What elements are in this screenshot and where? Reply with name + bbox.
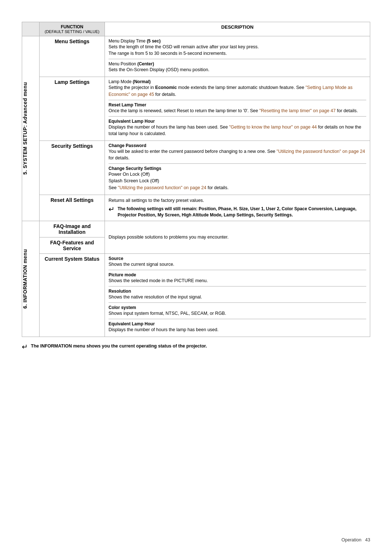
function-cell-lamp-settings: Lamp Settings xyxy=(40,77,105,141)
menu-position-title: Menu Position (Center) xyxy=(109,61,366,66)
function-cell-security: Security Settings xyxy=(40,141,105,195)
table-row-lamp: Lamp Settings Lamp Mode (Normal) Setting… xyxy=(22,77,370,141)
sidebar-setup-label: 5. SYSTEM SETUP: Advanced menu xyxy=(22,78,28,178)
desc-cell-reset: Returns all settings to the factory pres… xyxy=(105,195,370,221)
resolution-block: Resolution Shows the native resolution o… xyxy=(109,289,366,300)
menu-display-time-body: Sets the length of time the OSD will rem… xyxy=(109,44,366,57)
menu-display-time-block: Menu Display Time (5 sec) Sets the lengt… xyxy=(109,38,366,57)
description-header: DESCRIPTION xyxy=(105,22,370,36)
lamp-mode-block: Lamp Mode (Normal) Setting the projector… xyxy=(109,79,366,97)
lamp-mode-body: Setting the projector in Economic mode e… xyxy=(109,84,366,97)
desc-cell-security: Change Password You will be asked to ent… xyxy=(105,141,370,195)
reset-all-label: Reset All Settings xyxy=(43,197,101,203)
sidebar-information: 6. INFORMATION menu xyxy=(22,221,40,337)
security-settings-label: Security Settings xyxy=(43,143,101,149)
sep5 xyxy=(109,270,366,270)
sep4 xyxy=(109,163,366,164)
function-cell-menu-settings: Menu Settings xyxy=(40,36,105,77)
change-security-settings-body: Power On Lock (Off)Splash Screen Lock (O… xyxy=(109,171,366,191)
function-cell-faq-image: FAQ-Image and Installation xyxy=(40,221,105,237)
function-header-sublabel: (default setting / value) xyxy=(43,29,101,34)
function-header: FUNCTION (default setting / value) xyxy=(40,22,105,36)
footer-note: ↵ The INFORMATION menu shows you the cur… xyxy=(22,343,370,351)
lamp-settings-label: Lamp Settings xyxy=(43,79,101,85)
faq-features-label: FAQ-Features and Service xyxy=(43,240,101,251)
equiv-lamp-hour-info-body: Displays the number of hours the lamp ha… xyxy=(109,326,366,333)
desc-cell-menu-settings: Menu Display Time (5 sec) Sets the lengt… xyxy=(105,36,370,77)
lamp-hour-link: "Getting to know the lamp hour" on page … xyxy=(229,125,317,130)
lamp-mode-title: Lamp Mode (Normal) xyxy=(109,79,366,84)
equiv-lamp-hour-info-title: Equivalent Lamp Hour xyxy=(109,321,366,326)
change-password-title: Change Password xyxy=(109,143,366,148)
reset-lamp-timer-body: Once the lamp is renewed, select Reset t… xyxy=(109,107,366,114)
change-password-block: Change Password You will be asked to ent… xyxy=(109,143,366,161)
sep3 xyxy=(109,116,366,117)
color-system-title: Color system xyxy=(109,305,366,310)
faq-image-label: FAQ-Image and Installation xyxy=(43,223,101,235)
sep6 xyxy=(109,286,366,286)
change-password-body: You will be asked to enter the current p… xyxy=(109,148,366,161)
current-system-label: Current System Status xyxy=(43,256,101,262)
equiv-lamp-hour-title: Equivalent Lamp Hour xyxy=(109,119,366,124)
footer-note-icon: ↵ xyxy=(22,342,28,351)
reset-lamp-link: "Resetting the lamp timer" on page 47 xyxy=(259,108,335,113)
reset-all-body: Returns all settings to the factory pres… xyxy=(109,197,366,204)
sidebar-system-setup: 5. SYSTEM SETUP: Advanced menu xyxy=(22,36,40,221)
security-settings-link: "Utilizing the password function" on pag… xyxy=(118,185,207,190)
color-system-body: Shows input system format, NTSC, PAL, SE… xyxy=(109,310,366,317)
picture-mode-title: Picture mode xyxy=(109,272,366,277)
menu-settings-label: Menu Settings xyxy=(43,38,101,44)
function-cell-reset: Reset All Settings xyxy=(40,195,105,221)
sep7 xyxy=(109,302,366,303)
function-header-label: FUNCTION xyxy=(43,24,101,29)
page-section-label: Operation xyxy=(342,537,362,542)
desc-cell-current-system: Source Shows the current signal source. … xyxy=(105,253,370,337)
page: FUNCTION (default setting / value) DESCR… xyxy=(0,0,392,557)
page-footer: Operation 43 xyxy=(342,537,370,542)
picture-mode-block: Picture mode Shows the selected mode in … xyxy=(109,272,366,284)
note-icon: ↵ xyxy=(109,205,115,214)
table-row: 5. SYSTEM SETUP: Advanced menu Menu Sett… xyxy=(22,36,370,77)
reset-note-text: The following settings will still remain… xyxy=(118,206,366,219)
sep1 xyxy=(109,59,366,59)
menu-position-block: Menu Position (Center) Sets the On-Scree… xyxy=(109,61,366,73)
sep2 xyxy=(109,100,366,100)
resolution-title: Resolution xyxy=(109,289,366,294)
equiv-lamp-hour-info-block: Equivalent Lamp Hour Displays the number… xyxy=(109,321,366,333)
source-title: Source xyxy=(109,256,366,261)
source-block: Source Shows the current signal source. xyxy=(109,256,366,268)
page-number-label: 43 xyxy=(365,537,370,542)
footer-note-text: The INFORMATION menu shows you the curre… xyxy=(31,343,207,349)
menu-position-body: Sets the On-Screen Display (OSD) menu po… xyxy=(109,66,366,73)
change-security-settings-title: Change Security Settings xyxy=(109,166,366,171)
sep8 xyxy=(109,319,366,319)
sidebar-info-label: 6. INFORMATION menu xyxy=(22,245,28,312)
table-row-current-system: Current System Status Source Shows the c… xyxy=(22,253,370,337)
reset-lamp-timer-title: Reset Lamp Timer xyxy=(109,102,366,107)
change-security-settings-block: Change Security Settings Power On Lock (… xyxy=(109,166,366,191)
function-cell-faq-features: FAQ-Features and Service xyxy=(40,237,105,253)
desc-cell-lamp-settings: Lamp Mode (Normal) Setting the projector… xyxy=(105,77,370,141)
reset-note-box: ↵ The following settings will still rema… xyxy=(109,206,366,219)
table-row-faq-image: 6. INFORMATION menu FAQ-Image and Instal… xyxy=(22,221,370,237)
source-body: Shows the current signal source. xyxy=(109,261,366,268)
equiv-lamp-hour-body: Displays the number of hours the lamp ha… xyxy=(109,124,366,137)
table-row-reset: Reset All Settings Returns all settings … xyxy=(22,195,370,221)
reset-lamp-timer-block: Reset Lamp Timer Once the lamp is renewe… xyxy=(109,102,366,114)
menu-display-time-title: Menu Display Time (5 sec) xyxy=(109,38,366,44)
resolution-body: Shows the native resolution of the input… xyxy=(109,294,366,300)
picture-mode-body: Shows the selected mode in the PICTURE m… xyxy=(109,277,366,284)
change-password-link: "Utilizing the password function" on pag… xyxy=(277,149,365,154)
function-cell-current-system: Current System Status xyxy=(40,253,105,337)
lamp-mode-link: "Setting Lamp Mode as Economic" on page … xyxy=(109,85,352,97)
desc-cell-faq: Displays possible solutions to problems … xyxy=(105,221,370,253)
faq-desc-body: Displays possible solutions to problems … xyxy=(109,234,366,240)
equiv-lamp-hour-block: Equivalent Lamp Hour Displays the number… xyxy=(109,119,366,137)
main-table: FUNCTION (default setting / value) DESCR… xyxy=(22,22,370,337)
color-system-block: Color system Shows input system format, … xyxy=(109,305,366,317)
table-row-security: Security Settings Change Password You wi… xyxy=(22,141,370,195)
description-header-label: DESCRIPTION xyxy=(221,24,254,30)
